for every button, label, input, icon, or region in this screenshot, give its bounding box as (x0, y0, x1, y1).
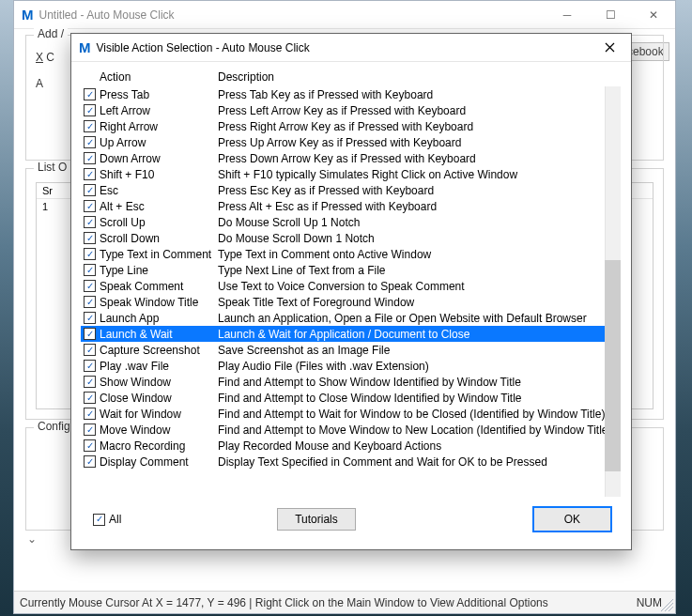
action-row[interactable]: ✓Show WindowFind and Attempt to Show Win… (81, 374, 621, 390)
check-icon[interactable]: ✓ (84, 152, 96, 164)
maximize-button[interactable]: ☐ (589, 1, 632, 29)
action-row[interactable]: ✓Wait for WindowFind and Attempt to Wait… (81, 406, 621, 422)
action-description: Type Text in Comment onto Active Window (218, 248, 605, 261)
action-description: Display Text Specified in Comment and Wa… (218, 455, 605, 469)
check-icon[interactable]: ✓ (84, 392, 96, 404)
action-row[interactable]: ✓Right ArrowPress Right Arrow Key as if … (81, 118, 621, 134)
action-row[interactable]: ✓Launch AppLaunch an Application, Open a… (81, 310, 621, 326)
action-row[interactable]: ✓Macro RecordingPlay Recorded Mouse and … (81, 438, 621, 454)
col-description[interactable]: Description (218, 70, 274, 84)
ok-button[interactable]: OK (532, 506, 612, 532)
action-row[interactable]: ✓Up ArrowPress Up Arrow Key as if Presse… (81, 134, 621, 150)
action-row[interactable]: ✓Launch & WaitLaunch & Wait for Applicat… (81, 326, 621, 342)
action-name: Scroll Up (100, 216, 218, 229)
action-row[interactable]: ✓Down ArrowPress Down Arrow Key as if Pr… (81, 150, 621, 166)
action-description: Press Alt + Esc as if Pressed with Keybo… (218, 200, 605, 213)
action-row[interactable]: ✓Display CommentDisplay Text Specified i… (81, 454, 621, 470)
action-description: Press Up Arrow Key as if Pressed with Ke… (218, 136, 605, 149)
app-icon: M (79, 39, 91, 55)
action-row[interactable]: ✓Scroll UpDo Mouse Scroll Up 1 Notch (81, 214, 621, 230)
action-name: Left Arrow (100, 104, 218, 117)
status-bar: Currently Mouse Cursor At X = 1477, Y = … (14, 591, 675, 613)
check-icon[interactable]: ✓ (84, 296, 96, 308)
action-row[interactable]: ✓Press TabPress Tab Key as if Pressed wi… (81, 86, 621, 102)
action-name: Shift + F10 (100, 168, 218, 181)
action-name: Macro Recording (100, 439, 218, 453)
check-icon[interactable]: ✓ (84, 328, 96, 340)
action-row[interactable]: ✓Move WindowFind and Attempt to Move Win… (81, 422, 621, 438)
check-icon[interactable]: ✓ (84, 232, 96, 244)
modal-close-button[interactable] (588, 34, 631, 62)
main-titlebar[interactable]: M Untitled - Auto Mouse Click ─ ☐ ✕ (14, 1, 675, 29)
modal-titlebar[interactable]: M Visible Action Selection - Auto Mouse … (71, 34, 631, 62)
action-name: Launch & Wait (100, 328, 218, 341)
check-icon[interactable]: ✓ (84, 455, 96, 468)
action-row[interactable]: ✓Speak CommentUse Text to Voice Conversi… (81, 278, 621, 294)
check-icon[interactable]: ✓ (84, 136, 96, 148)
tutorials-button[interactable]: Tutorials (277, 508, 356, 531)
main-title: Untitled - Auto Mouse Click (39, 8, 175, 22)
action-description: Find and Attempt to Wait for Window to b… (218, 408, 605, 421)
group-config-title: Config (34, 420, 74, 433)
action-row[interactable]: ✓EscPress Esc Key as if Pressed with Key… (81, 182, 621, 198)
check-icon[interactable]: ✓ (84, 184, 96, 196)
all-checkbox[interactable]: ✓ All (90, 513, 121, 526)
check-icon[interactable]: ✓ (84, 344, 96, 356)
action-description: Press Left Arrow Key as if Pressed with … (218, 104, 605, 117)
app-icon: M (22, 7, 34, 23)
col-action[interactable]: Action (100, 70, 218, 84)
action-row[interactable]: ✓Alt + EscPress Alt + Esc as if Pressed … (81, 198, 621, 214)
sys-buttons: ─ ☐ ✕ (546, 1, 675, 29)
columns-header: Action Description (81, 68, 622, 86)
modal-footer: ✓ All Tutorials OK (81, 497, 622, 544)
check-icon[interactable]: ✓ (84, 280, 96, 292)
close-button[interactable]: ✕ (632, 1, 675, 29)
action-row[interactable]: ✓Type LineType Next Line of Text from a … (81, 262, 621, 278)
action-description: Find and Attempt to Move Window to New L… (218, 424, 605, 437)
scrollbar-thumb[interactable] (605, 260, 621, 471)
action-row[interactable]: ✓Capture ScreenshotSave Screenshot as an… (81, 342, 621, 358)
action-row[interactable]: ✓Shift + F10Shift + F10 typically Simula… (81, 166, 621, 182)
cell-sr: 1 (37, 199, 72, 214)
action-name: Capture Screenshot (100, 344, 218, 357)
action-description: Press Tab Key as if Pressed with Keyboar… (218, 88, 605, 101)
check-icon[interactable]: ✓ (84, 360, 96, 372)
action-row[interactable]: ✓Speak Window TitleSpeak Title Text of F… (81, 294, 621, 310)
action-name: Scroll Down (100, 232, 218, 245)
check-icon[interactable]: ✓ (84, 439, 96, 452)
check-icon[interactable]: ✓ (84, 104, 96, 116)
action-row[interactable]: ✓Play .wav FilePlay Audio File (Files wi… (81, 358, 621, 374)
check-icon[interactable]: ✓ (84, 200, 96, 212)
scrollbar-track[interactable] (605, 86, 621, 497)
action-description: Shift + F10 typically Simulates Right Cl… (218, 168, 605, 181)
check-icon[interactable]: ✓ (84, 216, 96, 228)
action-description: Do Mouse Scroll Down 1 Notch (218, 232, 605, 245)
check-icon[interactable]: ✓ (84, 424, 96, 436)
check-icon[interactable]: ✓ (84, 248, 96, 260)
action-name: Alt + Esc (100, 200, 218, 213)
check-icon[interactable]: ✓ (84, 168, 96, 180)
action-row[interactable]: ✓Left ArrowPress Left Arrow Key as if Pr… (81, 102, 621, 118)
resize-grip-icon[interactable] (660, 598, 673, 611)
action-name: Press Tab (100, 88, 218, 101)
action-name: Type Text in Comment (100, 248, 218, 261)
action-list[interactable]: ✓Press TabPress Tab Key as if Pressed wi… (81, 86, 622, 497)
action-row[interactable]: ✓Type Text in CommentType Text in Commen… (81, 246, 621, 262)
action-name: Speak Window Title (100, 296, 218, 309)
action-description: Find and Attempt to Close Window Identif… (218, 392, 605, 405)
check-icon[interactable]: ✓ (84, 312, 96, 324)
action-row[interactable]: ✓Scroll DownDo Mouse Scroll Down 1 Notch (81, 230, 621, 246)
minimize-button[interactable]: ─ (546, 1, 589, 29)
action-description: Find and Attempt to Show Window Identifi… (218, 376, 605, 389)
check-icon[interactable]: ✓ (84, 376, 96, 388)
check-icon[interactable]: ✓ (84, 408, 96, 420)
action-name: Down Arrow (100, 152, 218, 165)
check-icon[interactable]: ✓ (84, 264, 96, 276)
check-icon[interactable]: ✓ (84, 88, 96, 100)
check-icon: ✓ (93, 514, 105, 526)
action-description: Save Screenshot as an Image File (218, 344, 605, 357)
action-description: Type Next Line of Text from a File (218, 264, 605, 277)
action-name: Play .wav File (100, 360, 218, 373)
action-row[interactable]: ✓Close WindowFind and Attempt to Close W… (81, 390, 621, 406)
check-icon[interactable]: ✓ (84, 120, 96, 132)
